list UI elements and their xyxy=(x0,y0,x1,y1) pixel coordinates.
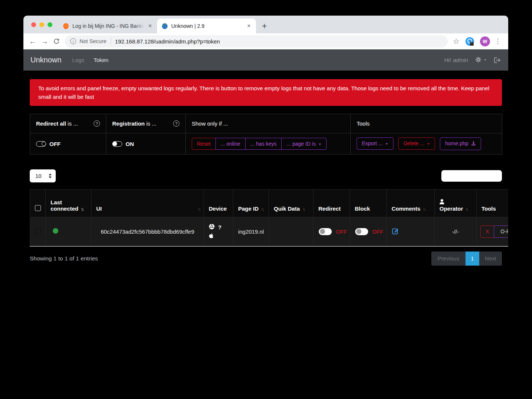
redirect-all-suffix: is ... xyxy=(66,120,78,127)
search-input[interactable] xyxy=(441,170,502,182)
chevron-down-icon: ▼ xyxy=(385,143,388,146)
new-tab-button[interactable]: + xyxy=(256,19,273,33)
page-id-cell: ing2019.nl xyxy=(233,217,269,246)
tokens-table: Last connected↑↓ UI↑↓ Device Page ID↑↓ Q… xyxy=(30,189,508,247)
col-block: Block xyxy=(350,189,387,217)
chevron-down-icon: ▼ xyxy=(318,143,321,146)
chevron-down-icon: ▼ xyxy=(484,59,487,62)
close-tab-icon[interactable]: × xyxy=(146,22,154,30)
minimize-window-button[interactable] xyxy=(39,22,44,27)
device-cell: ? xyxy=(204,217,233,246)
redirect-toggle[interactable]: OFF xyxy=(317,228,346,235)
home-php-download-button[interactable]: home.php xyxy=(440,137,481,150)
tools-label: Tools xyxy=(357,120,370,127)
tools-cell: X O-Panel xyxy=(477,217,509,246)
security-label: Not Secure xyxy=(80,38,107,44)
address-bar[interactable]: i Not Secure 192.168.87.128/uadmin/adm.p… xyxy=(65,35,448,48)
col-quik-data[interactable]: Quik Data↑↓ xyxy=(269,189,314,217)
previous-page-button[interactable]: Previous xyxy=(431,252,466,266)
col-device: Device xyxy=(204,189,233,217)
reset-filter-button[interactable]: Reset xyxy=(192,138,216,150)
chevron-down-icon: ▼ xyxy=(427,143,430,146)
edit-comment-icon[interactable] xyxy=(390,228,399,234)
block-toggle[interactable]: OFF xyxy=(354,228,383,235)
nav-link-token[interactable]: Token xyxy=(94,57,108,63)
warning-alert: To avoid errors and panel freeze, empty … xyxy=(30,79,502,106)
browser-tab-ing[interactable]: Log in bij Mijn ING - ING Bankie × xyxy=(58,19,157,33)
sort-icon: ↑↓ xyxy=(302,206,304,212)
greeting-text: Hi! xyxy=(444,57,451,63)
browser-toolbar: ← → i Not Secure 192.168.87.128/uadmin/a… xyxy=(23,33,508,49)
col-comments[interactable]: Comments↑↓ xyxy=(387,189,435,217)
username-text: admin xyxy=(453,57,468,63)
filter-online-button[interactable]: ... online xyxy=(215,138,246,150)
home-php-label: home.php xyxy=(445,140,468,146)
col-ui[interactable]: UI↑↓ xyxy=(91,189,204,217)
registration-state: ON xyxy=(126,141,134,147)
tab-title: Log in bij Mijn ING - ING Bankie xyxy=(72,23,145,29)
registration-label: Registration xyxy=(112,120,145,127)
bookmark-star-icon[interactable]: ☆ xyxy=(450,37,463,46)
pagination: Previous 1 Next xyxy=(431,252,502,266)
back-icon[interactable]: ← xyxy=(27,35,39,47)
site-navbar: Unknown Logs Token Hi! admin ▼ xyxy=(23,49,508,71)
help-icon[interactable]: ? xyxy=(173,120,179,127)
password-extension-icon[interactable] xyxy=(466,37,474,46)
filter-has-keys-button[interactable]: ... has keys xyxy=(245,138,282,150)
close-window-button[interactable] xyxy=(31,22,36,27)
forward-icon[interactable]: → xyxy=(39,35,51,47)
show-only-if-label: Show only if ... xyxy=(192,120,228,127)
redirect-state: OFF xyxy=(336,228,347,235)
page-1-button[interactable]: 1 xyxy=(466,252,479,266)
delete-label: Delete ... xyxy=(403,140,424,146)
sign-out-icon[interactable] xyxy=(494,57,501,63)
col-last-connected[interactable]: Last connected↑↓ xyxy=(46,189,91,217)
lock-icon xyxy=(470,42,474,46)
export-dropdown-button[interactable]: Export ...▼ xyxy=(357,137,393,150)
entries-info-text: Showing 1 to 1 of 1 entries xyxy=(30,255,98,262)
page-info-icon[interactable]: i xyxy=(70,38,76,44)
person-icon xyxy=(439,199,444,204)
export-label: Export ... xyxy=(362,140,383,146)
registration-toggle[interactable]: ON xyxy=(112,141,179,147)
help-icon[interactable]: ? xyxy=(94,120,100,127)
show-only-if-header: Show only if ... xyxy=(186,114,351,133)
delete-row-button[interactable]: X xyxy=(480,226,494,238)
col-page-id[interactable]: Page ID↑↓ xyxy=(233,189,269,217)
tab-title-fade xyxy=(135,23,145,29)
page-size-select[interactable]: 10 xyxy=(30,169,56,182)
admin-page: Unknown Logs Token Hi! admin ▼ To avoid … xyxy=(23,49,508,367)
settings-dropdown[interactable]: ▼ xyxy=(475,56,487,64)
toggle-off-icon xyxy=(36,141,46,147)
row-checkbox[interactable] xyxy=(35,228,41,234)
close-tab-icon[interactable]: × xyxy=(245,22,253,30)
col-redirect: Redirect xyxy=(314,189,350,217)
select-all-checkbox[interactable] xyxy=(35,205,41,211)
profile-avatar[interactable]: W xyxy=(480,36,490,46)
delete-dropdown-button[interactable]: Delete ...▼ xyxy=(398,137,435,150)
globe-favicon xyxy=(162,23,168,29)
redirect-all-state: OFF xyxy=(49,141,61,147)
browser-menu-icon[interactable]: ⋮ xyxy=(493,37,505,45)
browser-tab-unknown[interactable]: Unknown | 2.9 × xyxy=(157,19,256,33)
tools-header: Tools xyxy=(351,114,502,133)
filter-page-id-dropdown[interactable]: ... page ID is▼ xyxy=(281,138,327,150)
block-state: OFF xyxy=(372,228,383,235)
col-operator[interactable]: Operator↑↓ xyxy=(435,189,477,217)
switch-off-icon xyxy=(355,228,368,235)
zoom-window-button[interactable] xyxy=(48,22,52,27)
next-page-button[interactable]: Next xyxy=(479,252,502,266)
page-size-value: 10 xyxy=(35,173,42,179)
refresh-icon[interactable] xyxy=(51,35,62,47)
nav-link-logs[interactable]: Logs xyxy=(72,57,84,63)
data-table-wrap: Last connected↑↓ UI↑↓ Device Page ID↑↓ Q… xyxy=(30,189,508,247)
registration-header: Registration is ... ? xyxy=(112,120,179,127)
open-panel-button[interactable]: O-Panel xyxy=(494,226,508,238)
brand-title[interactable]: Unknown xyxy=(30,56,61,64)
redirect-all-header: Redirect all is ... ? xyxy=(36,120,100,127)
redirect-all-toggle[interactable]: OFF xyxy=(36,141,100,147)
sort-icon: ↑↓ xyxy=(465,206,467,212)
ui-cell: 60c24473ad2fc567bbbb78dbd69cffe9 xyxy=(91,217,204,246)
control-panel: Redirect all is ... ? Registration is ..… xyxy=(30,114,502,155)
url-text[interactable]: 192.168.87.128/uadmin/adm.php?p=token xyxy=(115,38,220,45)
